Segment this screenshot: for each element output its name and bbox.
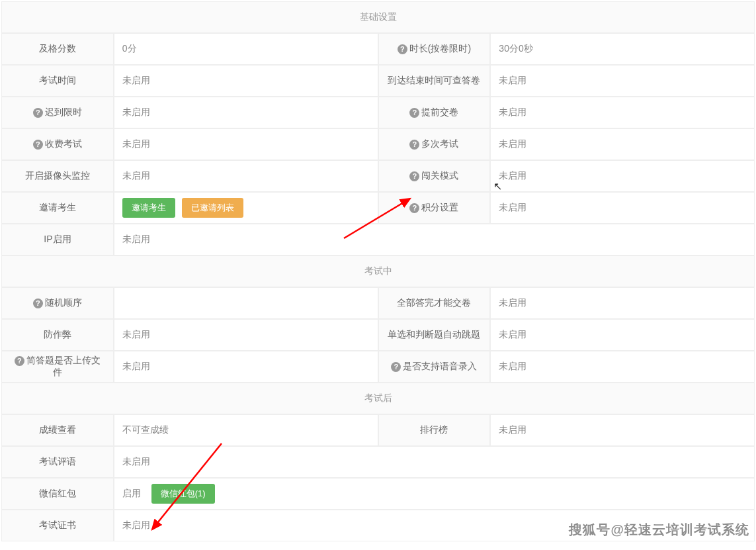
value: 未启用 xyxy=(122,329,150,340)
value: 未启用 xyxy=(499,424,526,435)
label: 开启摄像头监控 xyxy=(25,170,90,181)
label: 微信红包 xyxy=(39,488,76,498)
label: 闯关模式 xyxy=(421,170,458,181)
row-comment: 考试评语 未启用 xyxy=(1,446,755,478)
value: 未启用 xyxy=(122,75,150,85)
label: 单选和判断题自动跳题 xyxy=(388,329,480,340)
label: 提前交卷 xyxy=(421,107,458,117)
row-random-order: ?随机顺序 全部答完才能交卷 未启用 xyxy=(1,287,755,319)
label: 收费考试 xyxy=(45,138,82,149)
cursor-icon: ↖ xyxy=(493,180,502,193)
row-ip-enable: IP启用 未启用 xyxy=(1,224,755,255)
value: 未启用 xyxy=(122,170,150,181)
label: 邀请考生 xyxy=(39,202,76,212)
value: 未启用 xyxy=(122,361,150,371)
row-late-limit: ?迟到限时 未启用 ?提前交卷 未启用 xyxy=(1,97,755,128)
label: 及格分数 xyxy=(39,43,76,54)
label: 随机顺序 xyxy=(45,297,82,308)
help-icon[interactable]: ? xyxy=(391,362,401,372)
invite-button[interactable]: 邀请考生 xyxy=(122,198,175,218)
value: 未启用 xyxy=(122,234,150,244)
value: 未启用 xyxy=(499,329,526,340)
value: 未启用 xyxy=(499,202,526,212)
label: 简答题是否上传文件 xyxy=(26,355,101,377)
label: 迟到限时 xyxy=(45,107,82,117)
help-icon[interactable]: ? xyxy=(409,140,419,150)
help-icon[interactable]: ? xyxy=(33,298,43,308)
value: 未启用 xyxy=(499,170,526,181)
value: 未启用 xyxy=(122,456,150,467)
label: 时长(按卷限时) xyxy=(409,43,471,54)
row-anti-cheat: 防作弊 未启用 单选和判断题自动跳题 未启用 xyxy=(1,319,755,351)
label: 成绩查看 xyxy=(39,424,76,435)
label: 是否支持语音录入 xyxy=(403,361,477,371)
value: 未启用 xyxy=(499,297,526,308)
help-icon[interactable]: ? xyxy=(409,203,419,213)
row-invite: 邀请考生 邀请考生 已邀请列表 ?积分设置 未启用 xyxy=(1,192,755,224)
value: 未启用 xyxy=(499,138,526,149)
value: 30分0秒 xyxy=(499,43,532,54)
watermark-text: 搜狐号@轻速云培训考试系统 xyxy=(569,521,749,539)
label: 考试时间 xyxy=(39,75,76,85)
value: 启用 xyxy=(122,488,141,498)
help-icon[interactable]: ? xyxy=(409,108,419,118)
section-header-during: 考试中 xyxy=(1,255,755,287)
settings-table: 基础设置 及格分数 0分 ?时长(按卷限时) 30分0秒 考试时间 未启用 到达… xyxy=(1,1,755,541)
label: 考试评语 xyxy=(39,456,76,467)
help-icon[interactable]: ? xyxy=(33,140,43,150)
label: 到达结束时间可查答卷 xyxy=(388,75,480,85)
wechat-hongbao-button[interactable]: 微信红包(1) xyxy=(151,484,215,504)
help-icon[interactable]: ? xyxy=(15,356,24,366)
row-paid-exam: ?收费考试 未启用 ?多次考试 未启用 xyxy=(1,128,755,160)
label: 积分设置 xyxy=(421,202,458,212)
row-wechat-hongbao: 微信红包 启用 微信红包(1) xyxy=(1,478,755,510)
label: 防作弊 xyxy=(44,329,71,340)
value: 未启用 xyxy=(499,107,526,117)
value: 未启用 xyxy=(499,361,526,371)
value: 未启用 xyxy=(122,138,150,149)
value: 不可查成绩 xyxy=(122,424,169,435)
value: 未启用 xyxy=(122,520,150,530)
value: 未启用 xyxy=(122,107,150,117)
invited-list-button[interactable]: 已邀请列表 xyxy=(182,198,243,218)
row-exam-time: 考试时间 未启用 到达结束时间可查答卷 未启用 xyxy=(1,65,755,97)
label: 考试证书 xyxy=(39,520,76,530)
value: 未启用 xyxy=(499,75,526,85)
row-upload-file: ?简答题是否上传文件 未启用 ?是否支持语音录入 未启用 xyxy=(1,351,755,383)
section-header-basic: 基础设置 xyxy=(1,1,755,33)
label: 多次考试 xyxy=(421,138,458,149)
value: 0分 xyxy=(122,43,137,54)
label: IP启用 xyxy=(44,234,71,244)
help-icon[interactable]: ? xyxy=(398,44,407,54)
row-pass-score: 及格分数 0分 ?时长(按卷限时) 30分0秒 xyxy=(1,33,755,65)
help-icon[interactable]: ? xyxy=(409,171,419,181)
section-header-after: 考试后 xyxy=(1,383,755,414)
row-camera: 开启摄像头监控 未启用 ?闯关模式 未启用 xyxy=(1,160,755,192)
label: 排行榜 xyxy=(420,424,448,435)
label: 全部答完才能交卷 xyxy=(397,297,471,308)
row-score-view: 成绩查看 不可查成绩 排行榜 未启用 xyxy=(1,414,755,446)
help-icon[interactable]: ? xyxy=(33,108,43,118)
